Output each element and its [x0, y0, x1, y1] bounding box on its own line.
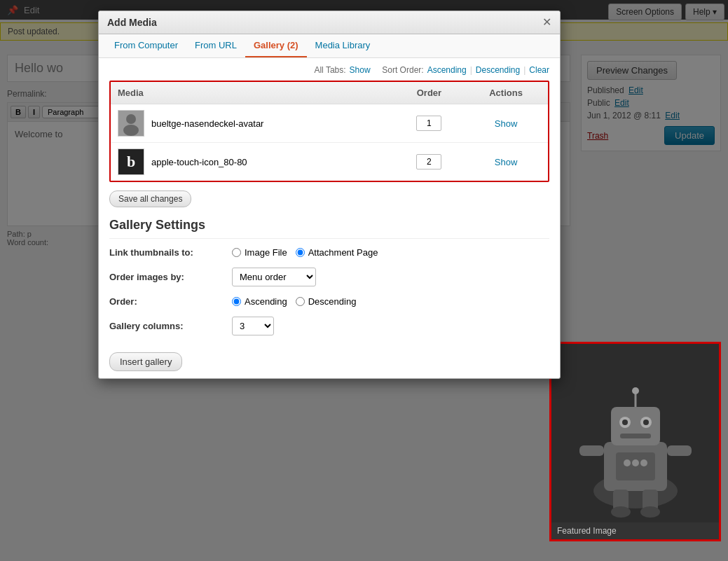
order-by-control: Menu order Title Date/Time Random — [232, 268, 316, 286]
order-row: Order: Ascending Descending — [109, 296, 549, 307]
sort-order-label: Sort Order: — [382, 65, 423, 75]
save-all-changes-button[interactable]: Save all changes — [109, 191, 191, 207]
actions-cell-1: Show — [464, 104, 548, 143]
svg-point-22 — [123, 125, 139, 136]
media-cell-2: b apple-touch-icon_80-80 — [111, 143, 394, 181]
gallery-settings-title: Gallery Settings — [109, 218, 549, 239]
order-column-header: Order — [394, 82, 464, 104]
featured-image-title: Featured Image — [551, 522, 719, 539]
order-by-select[interactable]: Menu order Title Date/Time Random — [232, 268, 316, 286]
svg-point-9 — [632, 387, 639, 394]
media-filename-1: bueltge-nasendeckel-avatar — [151, 118, 263, 129]
svg-point-18 — [611, 506, 631, 518]
media-cell-1: bueltge-nasendeckel-avatar — [111, 104, 394, 143]
order-input-1[interactable] — [416, 116, 441, 131]
descending-radio[interactable] — [296, 297, 305, 306]
gallery-columns-select[interactable]: 1 2 3 4 5 6 7 8 9 — [232, 317, 274, 335]
thumb-avatar-svg — [118, 111, 144, 136]
modal-body: All Tabs: Show Sort Order: Ascending | D… — [99, 58, 560, 378]
actions-cell-2: Show — [464, 143, 548, 181]
order-label: Order: — [109, 296, 221, 307]
table-row: b apple-touch-icon_80-80 Show — [111, 143, 548, 181]
svg-point-19 — [640, 506, 660, 518]
svg-rect-7 — [620, 434, 651, 438]
image-file-label: Image File — [245, 247, 287, 258]
order-cell-2 — [394, 143, 464, 181]
media-table-wrapper: Media Order Actions — [109, 81, 549, 182]
gallery-settings: Gallery Settings Link thumbnails to: Ima… — [109, 218, 549, 335]
svg-rect-10 — [579, 445, 604, 456]
gallery-columns-control: 1 2 3 4 5 6 7 8 9 — [232, 317, 274, 335]
order-by-label: Order images by: — [109, 272, 221, 282]
attachment-page-label: Attachment Page — [308, 247, 378, 258]
svg-point-21 — [126, 114, 136, 124]
svg-point-6 — [643, 420, 649, 425]
gallery-columns-row: Gallery columns: 1 2 3 4 5 6 7 8 9 — [109, 317, 549, 335]
tab-from-url[interactable]: From URL — [186, 34, 245, 57]
descending-radio-label[interactable]: Descending — [296, 296, 357, 307]
all-tabs-label: All Tabs: — [314, 65, 345, 75]
sort-order-separator — [374, 65, 379, 75]
ascending-radio[interactable] — [232, 297, 241, 306]
show-link-2[interactable]: Show — [495, 157, 518, 167]
modal-tabs: From Computer From URL Gallery (2) Media… — [99, 34, 560, 58]
sort-bar: All Tabs: Show Sort Order: Ascending | D… — [109, 65, 549, 75]
order-by-row: Order images by: Menu order Title Date/T… — [109, 268, 549, 286]
svg-rect-11 — [667, 445, 692, 456]
sort-clear-link[interactable]: Clear — [529, 65, 549, 75]
svg-point-17 — [640, 459, 647, 466]
table-header-row: Media Order Actions — [111, 82, 548, 104]
insert-gallery-button[interactable]: Insert gallery — [109, 352, 182, 371]
media-thumb-1 — [118, 110, 144, 137]
tab-gallery[interactable]: Gallery (2) — [245, 34, 307, 57]
svg-point-16 — [632, 459, 639, 466]
svg-point-15 — [624, 459, 631, 466]
add-media-modal: Add Media ✕ From Computer From URL Galle… — [98, 11, 561, 379]
modal-close-button[interactable]: ✕ — [542, 17, 551, 28]
attachment-page-radio-label[interactable]: Attachment Page — [296, 247, 378, 258]
link-thumbnails-label: Link thumbnails to: — [109, 247, 221, 258]
featured-image-box: Featured Image — [549, 342, 721, 541]
svg-rect-2 — [611, 407, 660, 445]
tab-media-library[interactable]: Media Library — [307, 34, 379, 57]
sort-descending-link[interactable]: Descending — [476, 65, 520, 75]
order-cell-1 — [394, 104, 464, 143]
svg-point-5 — [622, 420, 628, 425]
modal-title: Add Media — [107, 17, 157, 28]
order-input-2[interactable] — [416, 154, 441, 169]
image-file-radio-label[interactable]: Image File — [232, 247, 287, 258]
descending-label: Descending — [308, 296, 357, 307]
gallery-columns-label: Gallery columns: — [109, 321, 221, 331]
actions-column-header: Actions — [464, 82, 548, 104]
modal-header: Add Media ✕ — [99, 11, 560, 34]
tab-from-computer[interactable]: From Computer — [106, 34, 186, 57]
show-all-tabs-link[interactable]: Show — [350, 65, 371, 75]
media-table: Media Order Actions — [111, 82, 548, 181]
attachment-page-radio[interactable] — [296, 248, 305, 257]
robot-svg — [558, 365, 713, 519]
b-icon: b — [118, 149, 144, 174]
show-link-1[interactable]: Show — [495, 118, 518, 129]
ascending-radio-label[interactable]: Ascending — [232, 296, 287, 307]
link-thumbnails-row: Link thumbnails to: Image File Attachmen… — [109, 247, 549, 258]
order-control: Ascending Descending — [232, 296, 356, 307]
link-thumbnails-control: Image File Attachment Page — [232, 247, 378, 258]
image-file-radio[interactable] — [232, 248, 241, 257]
ascending-label: Ascending — [245, 296, 287, 307]
table-row: bueltge-nasendeckel-avatar Show — [111, 104, 548, 143]
media-column-header: Media — [111, 82, 394, 104]
media-filename-2: apple-touch-icon_80-80 — [151, 157, 247, 167]
media-thumb-2: b — [118, 148, 144, 175]
sort-ascending-link[interactable]: Ascending — [427, 65, 467, 75]
